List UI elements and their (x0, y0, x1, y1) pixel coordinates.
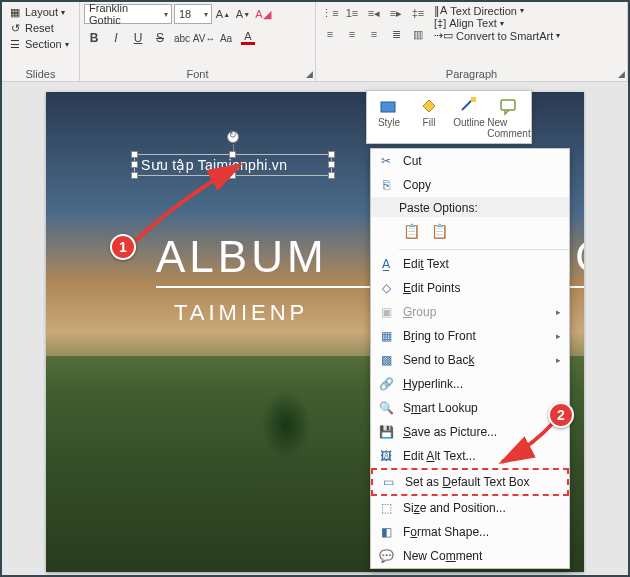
strikethrough-button[interactable]: S (150, 28, 170, 48)
comment-icon (498, 95, 520, 117)
resize-handle-ne[interactable] (328, 151, 335, 158)
mini-outline-button[interactable]: Outline (449, 93, 489, 141)
mini-new-comment-button[interactable]: New Comment (489, 93, 529, 141)
align-left-button[interactable]: ≡ (320, 25, 340, 43)
ctx-edit-points[interactable]: ◇Edit Points (371, 276, 569, 300)
copy-icon: ⎘ (377, 177, 395, 193)
resize-handle-w[interactable] (131, 161, 138, 168)
mini-style-button[interactable]: Style (369, 93, 409, 141)
ribbon-group-font: Franklin Gothic 18 A▲ A▼ A◢ B I U S abc … (80, 2, 316, 81)
annotation-bubble-1: 1 (110, 234, 136, 260)
alt-text-icon: 🖼 (377, 448, 395, 464)
ctx-format-shape[interactable]: ◧Format Shape... (371, 520, 569, 544)
selected-textbox[interactable]: Sưu tập Taimienphi.vn (134, 154, 332, 176)
change-case-button[interactable]: Aa (216, 28, 236, 48)
ctx-edit-text[interactable]: A̲Edit Text (371, 252, 569, 276)
ribbon-group-paragraph: ⋮≡ 1≡ ≡◂ ≡▸ ‡≡ ≡ ≡ ≡ ≣ ▥ ‖AText Directio… (316, 2, 628, 81)
decrease-indent-button[interactable]: ≡◂ (364, 4, 384, 22)
shadow-button[interactable]: abc (172, 28, 192, 48)
annotation-bubble-2: 2 (548, 402, 574, 428)
hyperlink-icon: 🔗 (377, 376, 395, 392)
bring-front-icon: ▦ (377, 328, 395, 344)
smart-lookup-icon: 🔍 (377, 400, 395, 416)
columns-button[interactable]: ▥ (408, 25, 428, 43)
edit-text-icon: A̲ (377, 256, 395, 272)
ctx-edit-alt-text[interactable]: 🖼Edit Alt Text... (371, 444, 569, 468)
group-label-font: Font (80, 67, 315, 81)
paste-picture-button[interactable]: 📋 (427, 219, 451, 243)
svg-rect-2 (501, 100, 515, 110)
text-direction-button[interactable]: ‖AText Direction▾ (434, 4, 560, 17)
cut-icon: ✂ (377, 153, 395, 169)
increase-font-button[interactable]: A▲ (214, 4, 232, 24)
slide-subtitle: TAIMIENP (174, 300, 308, 326)
ctx-cut[interactable]: ✂Cut (371, 149, 569, 173)
ctx-paste-header: Paste Options: (371, 197, 569, 217)
numbering-button[interactable]: 1≡ (342, 4, 362, 22)
style-icon (378, 95, 400, 117)
edit-points-icon: ◇ (377, 280, 395, 296)
submenu-arrow-icon: ▸ (556, 307, 561, 317)
resize-handle-sw[interactable] (131, 172, 138, 179)
font-dialog-launcher[interactable]: ◢ (306, 69, 313, 79)
group-label-slides: Slides (2, 67, 79, 81)
ctx-send-back[interactable]: ▩Send to Back▸ (371, 348, 569, 372)
clear-formatting-button[interactable]: A◢ (254, 4, 272, 24)
resize-handle-nw[interactable] (131, 151, 138, 158)
mini-fill-button[interactable]: Fill (409, 93, 449, 141)
increase-indent-button[interactable]: ≡▸ (386, 4, 406, 22)
group-label-paragraph: Paragraph (316, 67, 627, 81)
ctx-new-comment[interactable]: 💬New Comment (371, 544, 569, 568)
ribbon-group-slides: ▦Layout ▾ ↺Reset ☰Section ▾ Slides (2, 2, 80, 81)
resize-handle-e[interactable] (328, 161, 335, 168)
align-center-button[interactable]: ≡ (342, 25, 362, 43)
bold-button[interactable]: B (84, 28, 104, 48)
ribbon: ▦Layout ▾ ↺Reset ☰Section ▾ Slides Frank… (2, 2, 628, 82)
textbox-text: Sưu tập Taimienphi.vn (141, 157, 287, 173)
ctx-bring-front[interactable]: ▦Bring to Front▸ (371, 324, 569, 348)
font-color-button[interactable]: A (238, 28, 258, 48)
rotate-handle[interactable] (227, 131, 239, 143)
ctx-set-default-textbox[interactable]: ▭Set as Default Text Box (371, 468, 569, 496)
submenu-arrow-icon: ▸ (556, 331, 561, 341)
section-label: Section (25, 38, 62, 50)
mini-toolbar: Style Fill Outline New Comment (366, 90, 532, 144)
justify-button[interactable]: ≣ (386, 25, 406, 43)
default-textbox-icon: ▭ (379, 474, 397, 490)
bullets-button[interactable]: ⋮≡ (320, 4, 340, 22)
line-spacing-button[interactable]: ‡≡ (408, 4, 428, 22)
decrease-font-button[interactable]: A▼ (234, 4, 252, 24)
align-text-button[interactable]: [‡]Align Text▾ (434, 17, 560, 29)
reset-label: Reset (25, 22, 54, 34)
svg-rect-0 (381, 102, 395, 112)
resize-handle-se[interactable] (328, 172, 335, 179)
font-name-select[interactable]: Franklin Gothic (84, 4, 172, 24)
send-back-icon: ▩ (377, 352, 395, 368)
ctx-smart-lookup[interactable]: 🔍Smart Lookup (371, 396, 569, 420)
resize-handle-s[interactable] (229, 172, 236, 179)
format-shape-icon: ◧ (377, 524, 395, 540)
underline-button[interactable]: U (128, 28, 148, 48)
outline-icon (458, 95, 480, 117)
paragraph-dialog-launcher[interactable]: ◢ (618, 69, 625, 79)
ctx-paste-options: 📋 📋 (371, 217, 569, 247)
convert-smartart-button[interactable]: ⇢▭Convert to SmartArt▾ (434, 29, 560, 42)
context-menu: ✂Cut ⎘Copy Paste Options: 📋 📋 A̲Edit Tex… (370, 148, 570, 569)
ctx-save-picture[interactable]: 💾Save as Picture... (371, 420, 569, 444)
align-right-button[interactable]: ≡ (364, 25, 384, 43)
italic-button[interactable]: I (106, 28, 126, 48)
paste-keep-source-button[interactable]: 📋 (399, 219, 423, 243)
ctx-copy[interactable]: ⎘Copy (371, 173, 569, 197)
layout-button[interactable]: ▦Layout ▾ (6, 4, 75, 20)
layout-label: Layout (25, 6, 58, 18)
font-size-select[interactable]: 18 (174, 4, 212, 24)
section-button[interactable]: ☰Section ▾ (6, 36, 75, 52)
size-position-icon: ⬚ (377, 500, 395, 516)
ctx-hyperlink[interactable]: 🔗Hyperlink... (371, 372, 569, 396)
ctx-size-position[interactable]: ⬚Size and Position... (371, 496, 569, 520)
reset-button[interactable]: ↺Reset (6, 20, 75, 36)
char-spacing-button[interactable]: AV↔ (194, 28, 214, 48)
comment-icon: 💬 (377, 548, 395, 564)
resize-handle-n[interactable] (229, 151, 236, 158)
svg-rect-1 (471, 97, 476, 102)
